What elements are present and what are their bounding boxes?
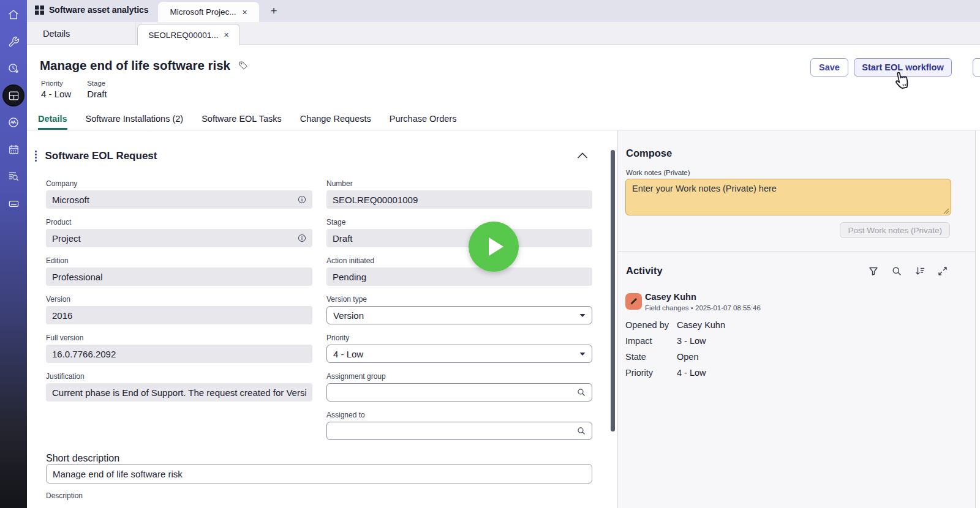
product-input[interactable]: Project (46, 229, 312, 247)
activity-row: Opened by Casey Kuhn (625, 320, 725, 330)
section-title: Software EOL Request (45, 150, 157, 162)
header-priority: Priority 4 - Low (41, 80, 71, 99)
activity-avatar (625, 293, 642, 310)
form-scrollbar[interactable] (611, 150, 615, 431)
field-company: Company Microsoft (46, 179, 312, 209)
field-product: Product Project (46, 218, 312, 247)
close-icon[interactable]: × (224, 30, 228, 40)
browser-tab-bar: Software asset analytics Microsoft Proje… (27, 0, 980, 22)
tab-software-installations[interactable]: Software Installations (2) (86, 114, 184, 130)
chevron-down-icon (579, 352, 586, 356)
page-title: Manage end of life software risk (40, 58, 249, 73)
sidebar-item-performance[interactable] (4, 113, 23, 132)
chevron-up-icon[interactable] (578, 152, 587, 159)
full-version-input[interactable]: 16.0.7766.2092 (46, 345, 312, 363)
sidebar-item-home[interactable] (4, 5, 23, 24)
record-section-tabs: Details Software Installations (2) Softw… (27, 114, 980, 130)
tab-microsoft-project[interactable]: Microsoft Projec... × (158, 2, 259, 22)
play-button-overlay[interactable] (469, 222, 519, 272)
performance-icon (7, 116, 20, 129)
form-panel: Software EOL Request Company Microsoft P… (27, 130, 617, 508)
chevron-down-icon (579, 313, 586, 318)
close-icon[interactable]: × (242, 7, 247, 17)
stage-input[interactable]: Draft (326, 229, 592, 247)
tab-software-eol-tasks[interactable]: Software EOL Tasks (202, 114, 282, 130)
stage-value: Draft (87, 89, 107, 99)
expand-icon[interactable] (938, 266, 949, 277)
assigned-to-input[interactable] (326, 422, 592, 440)
side-panel: Compose Work notes (Private) Post Work n… (617, 130, 976, 508)
sidebar-item-tools[interactable] (4, 32, 23, 51)
short-description-input[interactable] (46, 464, 592, 484)
record-header: Manage end of life software risk Priorit… (27, 45, 980, 114)
sidebar-item-calendar[interactable] (4, 140, 23, 159)
grid-logo-icon (35, 6, 44, 15)
work-notes-textarea[interactable] (625, 179, 951, 215)
action-initiated-input[interactable]: Pending (326, 267, 592, 286)
header-stage: Stage Draft (87, 80, 107, 99)
info-icon[interactable] (298, 195, 306, 204)
activity-row: State Open (625, 352, 698, 362)
sort-icon[interactable] (915, 266, 926, 277)
tab-purchase-orders[interactable]: Purchase Orders (390, 114, 457, 130)
workspace-icon (8, 90, 20, 102)
activity-title: Activity (626, 265, 663, 277)
search-icon[interactable] (577, 388, 586, 397)
post-work-notes-button[interactable]: Post Work notes (Private) (840, 222, 950, 238)
new-tab-button[interactable]: + (267, 4, 281, 18)
field-number: Number SEOLREQ00001009 (326, 179, 592, 209)
play-icon (489, 237, 503, 256)
calendar-icon (8, 144, 20, 155)
record-tab-bar: Details SEOLREQ00001... × (27, 22, 980, 45)
field-version: Version 2016 (46, 295, 312, 324)
field-edition: Edition Professional (46, 256, 312, 286)
tab-record-seolreq[interactable]: SEOLREQ00001... × (137, 24, 240, 45)
field-short-description: Short description (46, 453, 592, 484)
sidebar-item-history[interactable] (4, 59, 23, 78)
field-priority: Priority 4 - Low (326, 334, 592, 363)
field-version-type: Version type Version (326, 295, 592, 324)
priority-select[interactable]: 4 - Low (326, 345, 592, 363)
wrench-icon (8, 36, 20, 48)
field-assignment-group: Assignment group (326, 372, 592, 402)
field-label-description: Description (46, 491, 83, 500)
number-input[interactable]: SEOLREQ00001009 (326, 190, 592, 209)
pencil-icon (630, 297, 638, 305)
panel-divider (618, 251, 975, 252)
workspace-switcher[interactable]: Software asset analytics (35, 5, 149, 15)
edge-partial-button[interactable] (973, 58, 980, 77)
company-input[interactable]: Microsoft (46, 190, 312, 209)
section-menu-icon[interactable] (35, 151, 37, 162)
sidebar-item-workspace[interactable] (4, 86, 23, 105)
tag-icon[interactable] (238, 61, 249, 71)
edition-input[interactable]: Professional (46, 267, 312, 286)
activity-row: Priority 4 - Low (625, 368, 706, 378)
filter-icon[interactable] (869, 266, 880, 277)
home-icon (7, 9, 20, 21)
compose-title: Compose (626, 148, 672, 159)
workspace-label: Software asset analytics (49, 5, 149, 15)
activity-author[interactable]: Casey Kuhn (645, 292, 696, 302)
tab-details[interactable]: Details (38, 114, 67, 130)
storage-icon (8, 198, 20, 209)
search-icon[interactable] (577, 427, 586, 435)
justification-input[interactable]: Current phase is End of Support. The req… (46, 383, 312, 402)
field-action-initiated: Action initiated Pending (326, 256, 592, 286)
tab-change-requests[interactable]: Change Requests (300, 114, 371, 130)
priority-value: 4 - Low (41, 89, 71, 99)
assignment-group-input[interactable] (326, 383, 592, 402)
activity-meta: Field changes • 2025-01-07 08:55:46 (645, 304, 761, 312)
field-assigned-to: Assigned to (326, 411, 592, 440)
sidebar-item-storage[interactable] (4, 193, 23, 213)
info-icon[interactable] (298, 234, 306, 242)
work-notes-label: Work notes (Private) (626, 169, 690, 176)
version-type-select[interactable]: Version (326, 306, 592, 324)
tab-details-list[interactable]: Details (27, 22, 136, 45)
field-full-version: Full version 16.0.7766.2092 (46, 334, 312, 363)
field-stage: Stage Draft (326, 218, 592, 247)
field-justification: Justification Current phase is End of Su… (46, 372, 312, 402)
sidebar-item-audit[interactable] (4, 166, 23, 186)
search-icon[interactable] (892, 266, 903, 277)
version-input[interactable]: 2016 (46, 306, 312, 324)
save-button[interactable]: Save (810, 58, 848, 77)
